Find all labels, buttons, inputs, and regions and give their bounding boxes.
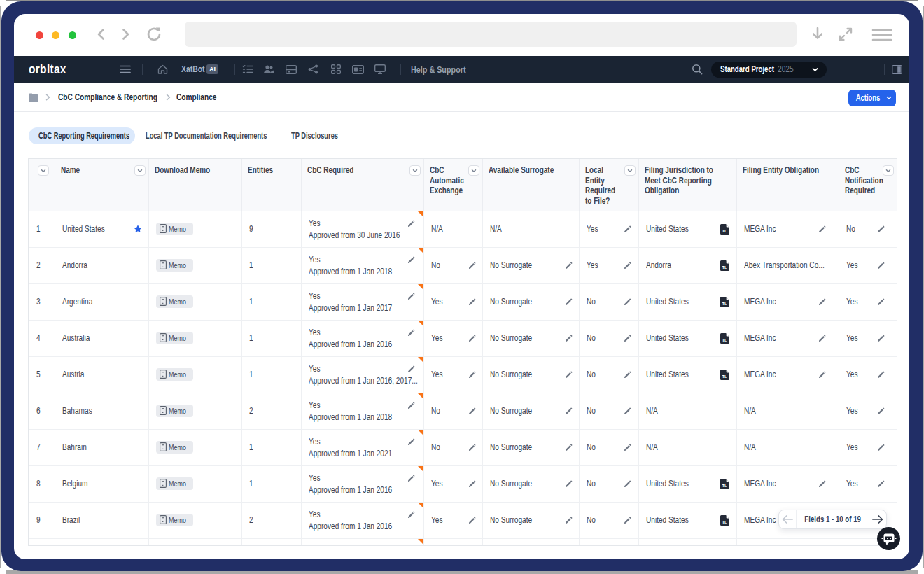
svg-text:TL: TL: [722, 228, 727, 232]
svg-text:TL: TL: [722, 483, 727, 487]
svg-text:TL: TL: [722, 337, 727, 342]
svg-text:TL: TL: [722, 519, 727, 524]
svg-text:TL: TL: [722, 374, 727, 378]
svg-text:TL: TL: [722, 265, 727, 269]
svg-text:TL: TL: [722, 301, 727, 305]
